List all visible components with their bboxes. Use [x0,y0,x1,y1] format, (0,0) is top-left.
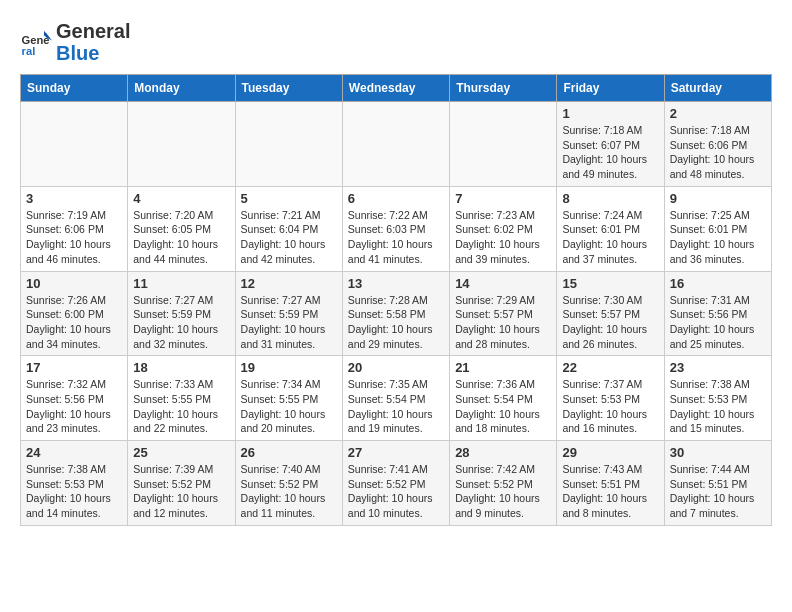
calendar-week-row: 3Sunrise: 7:19 AM Sunset: 6:06 PM Daylig… [21,186,772,271]
calendar-cell: 2Sunrise: 7:18 AM Sunset: 6:06 PM Daylig… [664,102,771,187]
day-detail: Sunrise: 7:29 AM Sunset: 5:57 PM Dayligh… [455,293,551,352]
calendar-cell [235,102,342,187]
calendar-cell: 21Sunrise: 7:36 AM Sunset: 5:54 PM Dayli… [450,356,557,441]
calendar-cell [342,102,449,187]
calendar-cell: 23Sunrise: 7:38 AM Sunset: 5:53 PM Dayli… [664,356,771,441]
calendar-cell: 11Sunrise: 7:27 AM Sunset: 5:59 PM Dayli… [128,271,235,356]
calendar-cell: 4Sunrise: 7:20 AM Sunset: 6:05 PM Daylig… [128,186,235,271]
day-detail: Sunrise: 7:24 AM Sunset: 6:01 PM Dayligh… [562,208,658,267]
day-number: 10 [26,276,122,291]
day-number: 20 [348,360,444,375]
calendar-cell [128,102,235,187]
weekday-header: Wednesday [342,75,449,102]
day-detail: Sunrise: 7:35 AM Sunset: 5:54 PM Dayligh… [348,377,444,436]
day-number: 6 [348,191,444,206]
weekday-header-row: SundayMondayTuesdayWednesdayThursdayFrid… [21,75,772,102]
day-detail: Sunrise: 7:25 AM Sunset: 6:01 PM Dayligh… [670,208,766,267]
calendar-cell: 27Sunrise: 7:41 AM Sunset: 5:52 PM Dayli… [342,441,449,526]
calendar-cell: 9Sunrise: 7:25 AM Sunset: 6:01 PM Daylig… [664,186,771,271]
day-detail: Sunrise: 7:27 AM Sunset: 5:59 PM Dayligh… [133,293,229,352]
day-number: 23 [670,360,766,375]
calendar-cell: 15Sunrise: 7:30 AM Sunset: 5:57 PM Dayli… [557,271,664,356]
calendar-cell: 30Sunrise: 7:44 AM Sunset: 5:51 PM Dayli… [664,441,771,526]
calendar-week-row: 1Sunrise: 7:18 AM Sunset: 6:07 PM Daylig… [21,102,772,187]
calendar-cell: 22Sunrise: 7:37 AM Sunset: 5:53 PM Dayli… [557,356,664,441]
day-number: 19 [241,360,337,375]
day-detail: Sunrise: 7:27 AM Sunset: 5:59 PM Dayligh… [241,293,337,352]
day-number: 13 [348,276,444,291]
svg-text:ral: ral [22,45,36,57]
day-detail: Sunrise: 7:43 AM Sunset: 5:51 PM Dayligh… [562,462,658,521]
calendar-week-row: 17Sunrise: 7:32 AM Sunset: 5:56 PM Dayli… [21,356,772,441]
day-number: 1 [562,106,658,121]
day-detail: Sunrise: 7:26 AM Sunset: 6:00 PM Dayligh… [26,293,122,352]
weekday-header: Thursday [450,75,557,102]
calendar-cell: 17Sunrise: 7:32 AM Sunset: 5:56 PM Dayli… [21,356,128,441]
day-number: 12 [241,276,337,291]
day-number: 15 [562,276,658,291]
calendar-cell [450,102,557,187]
calendar-cell [21,102,128,187]
calendar-cell: 10Sunrise: 7:26 AM Sunset: 6:00 PM Dayli… [21,271,128,356]
logo-line1: General [56,20,130,42]
day-detail: Sunrise: 7:34 AM Sunset: 5:55 PM Dayligh… [241,377,337,436]
logo-icon: Gene ral [20,26,52,58]
day-detail: Sunrise: 7:42 AM Sunset: 5:52 PM Dayligh… [455,462,551,521]
calendar-cell: 13Sunrise: 7:28 AM Sunset: 5:58 PM Dayli… [342,271,449,356]
calendar-cell: 20Sunrise: 7:35 AM Sunset: 5:54 PM Dayli… [342,356,449,441]
calendar-cell: 19Sunrise: 7:34 AM Sunset: 5:55 PM Dayli… [235,356,342,441]
day-number: 9 [670,191,766,206]
calendar-cell: 29Sunrise: 7:43 AM Sunset: 5:51 PM Dayli… [557,441,664,526]
day-detail: Sunrise: 7:32 AM Sunset: 5:56 PM Dayligh… [26,377,122,436]
calendar-cell: 8Sunrise: 7:24 AM Sunset: 6:01 PM Daylig… [557,186,664,271]
calendar-cell: 6Sunrise: 7:22 AM Sunset: 6:03 PM Daylig… [342,186,449,271]
day-number: 11 [133,276,229,291]
calendar-cell: 12Sunrise: 7:27 AM Sunset: 5:59 PM Dayli… [235,271,342,356]
day-detail: Sunrise: 7:38 AM Sunset: 5:53 PM Dayligh… [26,462,122,521]
day-number: 14 [455,276,551,291]
day-number: 24 [26,445,122,460]
weekday-header: Friday [557,75,664,102]
day-number: 16 [670,276,766,291]
day-detail: Sunrise: 7:22 AM Sunset: 6:03 PM Dayligh… [348,208,444,267]
day-detail: Sunrise: 7:18 AM Sunset: 6:07 PM Dayligh… [562,123,658,182]
day-detail: Sunrise: 7:44 AM Sunset: 5:51 PM Dayligh… [670,462,766,521]
day-detail: Sunrise: 7:23 AM Sunset: 6:02 PM Dayligh… [455,208,551,267]
day-detail: Sunrise: 7:40 AM Sunset: 5:52 PM Dayligh… [241,462,337,521]
calendar-cell: 18Sunrise: 7:33 AM Sunset: 5:55 PM Dayli… [128,356,235,441]
day-detail: Sunrise: 7:36 AM Sunset: 5:54 PM Dayligh… [455,377,551,436]
calendar-cell: 5Sunrise: 7:21 AM Sunset: 6:04 PM Daylig… [235,186,342,271]
calendar-week-row: 24Sunrise: 7:38 AM Sunset: 5:53 PM Dayli… [21,441,772,526]
calendar-cell: 16Sunrise: 7:31 AM Sunset: 5:56 PM Dayli… [664,271,771,356]
day-number: 29 [562,445,658,460]
day-detail: Sunrise: 7:18 AM Sunset: 6:06 PM Dayligh… [670,123,766,182]
day-number: 3 [26,191,122,206]
calendar-cell: 25Sunrise: 7:39 AM Sunset: 5:52 PM Dayli… [128,441,235,526]
day-detail: Sunrise: 7:37 AM Sunset: 5:53 PM Dayligh… [562,377,658,436]
calendar-cell: 14Sunrise: 7:29 AM Sunset: 5:57 PM Dayli… [450,271,557,356]
day-detail: Sunrise: 7:20 AM Sunset: 6:05 PM Dayligh… [133,208,229,267]
day-detail: Sunrise: 7:41 AM Sunset: 5:52 PM Dayligh… [348,462,444,521]
calendar-cell: 26Sunrise: 7:40 AM Sunset: 5:52 PM Dayli… [235,441,342,526]
calendar-cell: 24Sunrise: 7:38 AM Sunset: 5:53 PM Dayli… [21,441,128,526]
day-number: 27 [348,445,444,460]
day-detail: Sunrise: 7:39 AM Sunset: 5:52 PM Dayligh… [133,462,229,521]
day-number: 22 [562,360,658,375]
day-detail: Sunrise: 7:31 AM Sunset: 5:56 PM Dayligh… [670,293,766,352]
weekday-header: Saturday [664,75,771,102]
day-number: 4 [133,191,229,206]
day-detail: Sunrise: 7:21 AM Sunset: 6:04 PM Dayligh… [241,208,337,267]
day-number: 21 [455,360,551,375]
day-number: 28 [455,445,551,460]
day-number: 26 [241,445,337,460]
day-detail: Sunrise: 7:38 AM Sunset: 5:53 PM Dayligh… [670,377,766,436]
logo-line2: Blue [56,42,130,64]
weekday-header: Tuesday [235,75,342,102]
logo: Gene ral General Blue [20,20,130,64]
day-detail: Sunrise: 7:33 AM Sunset: 5:55 PM Dayligh… [133,377,229,436]
calendar-week-row: 10Sunrise: 7:26 AM Sunset: 6:00 PM Dayli… [21,271,772,356]
weekday-header: Monday [128,75,235,102]
calendar-cell: 3Sunrise: 7:19 AM Sunset: 6:06 PM Daylig… [21,186,128,271]
day-detail: Sunrise: 7:30 AM Sunset: 5:57 PM Dayligh… [562,293,658,352]
calendar-cell: 7Sunrise: 7:23 AM Sunset: 6:02 PM Daylig… [450,186,557,271]
